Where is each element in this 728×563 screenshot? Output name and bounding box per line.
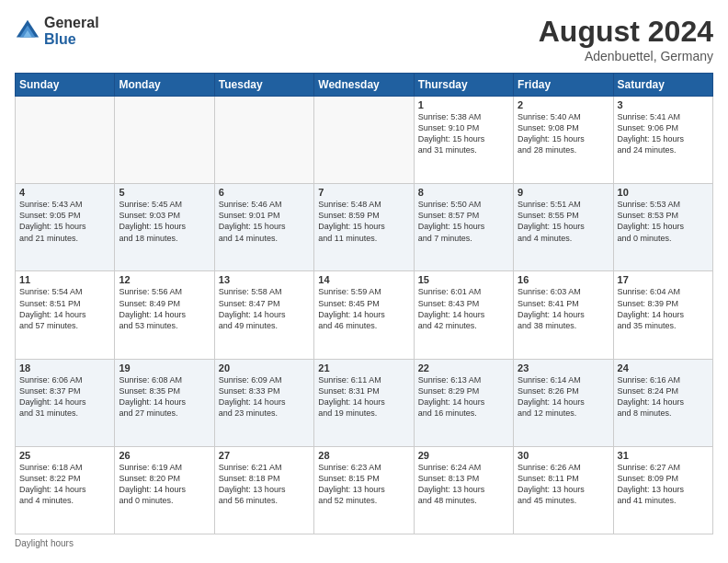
calendar-cell: 17Sunrise: 6:04 AM Sunset: 8:39 PM Dayli… xyxy=(613,271,712,359)
day-info: Sunrise: 6:09 AM Sunset: 8:33 PM Dayligh… xyxy=(219,374,310,419)
calendar-cell: 16Sunrise: 6:03 AM Sunset: 8:41 PM Dayli… xyxy=(514,271,613,359)
calendar-table: Sunday Monday Tuesday Wednesday Thursday… xyxy=(15,73,713,534)
week-row-4: 18Sunrise: 6:06 AM Sunset: 8:37 PM Dayli… xyxy=(16,359,713,446)
calendar-cell: 4Sunrise: 5:43 AM Sunset: 9:05 PM Daylig… xyxy=(16,184,115,271)
week-row-5: 25Sunrise: 6:18 AM Sunset: 8:22 PM Dayli… xyxy=(16,446,713,534)
logo-text: General Blue xyxy=(44,15,99,47)
calendar-cell: 11Sunrise: 5:54 AM Sunset: 8:51 PM Dayli… xyxy=(16,271,115,359)
day-number: 17 xyxy=(618,274,709,285)
day-info: Sunrise: 5:51 AM Sunset: 8:55 PM Dayligh… xyxy=(518,199,609,244)
day-info: Sunrise: 6:01 AM Sunset: 8:43 PM Dayligh… xyxy=(418,286,509,331)
day-number: 12 xyxy=(119,274,210,285)
day-info: Sunrise: 5:56 AM Sunset: 8:49 PM Dayligh… xyxy=(119,286,210,331)
day-number: 8 xyxy=(418,187,509,198)
calendar-cell xyxy=(314,97,414,184)
day-number: 2 xyxy=(518,99,609,110)
day-info: Sunrise: 6:26 AM Sunset: 8:11 PM Dayligh… xyxy=(518,462,609,507)
title-block: August 2024 Adenbuettel, Germany xyxy=(539,15,713,63)
day-number: 30 xyxy=(518,450,609,461)
day-number: 19 xyxy=(119,362,210,373)
day-number: 18 xyxy=(19,362,110,373)
calendar-cell: 3Sunrise: 5:41 AM Sunset: 9:06 PM Daylig… xyxy=(613,97,712,184)
day-number: 6 xyxy=(219,187,310,198)
day-number: 7 xyxy=(318,187,409,198)
week-row-2: 4Sunrise: 5:43 AM Sunset: 9:05 PM Daylig… xyxy=(16,184,713,271)
day-number: 16 xyxy=(518,274,609,285)
calendar-cell xyxy=(115,97,214,184)
logo: General Blue xyxy=(15,15,99,47)
day-info: Sunrise: 6:23 AM Sunset: 8:15 PM Dayligh… xyxy=(318,462,409,507)
day-number: 1 xyxy=(418,99,509,110)
day-number: 10 xyxy=(618,187,709,198)
calendar-cell xyxy=(16,97,115,184)
footer-note: Daylight hours xyxy=(15,538,713,548)
day-info: Sunrise: 6:14 AM Sunset: 8:26 PM Dayligh… xyxy=(518,374,609,419)
calendar-cell: 15Sunrise: 6:01 AM Sunset: 8:43 PM Dayli… xyxy=(414,271,513,359)
calendar-cell: 28Sunrise: 6:23 AM Sunset: 8:15 PM Dayli… xyxy=(314,446,414,534)
col-sunday: Sunday xyxy=(16,74,115,97)
day-number: 24 xyxy=(618,362,709,373)
calendar-cell: 8Sunrise: 5:50 AM Sunset: 8:57 PM Daylig… xyxy=(414,184,513,271)
calendar-cell: 12Sunrise: 5:56 AM Sunset: 8:49 PM Dayli… xyxy=(115,271,214,359)
calendar-cell: 18Sunrise: 6:06 AM Sunset: 8:37 PM Dayli… xyxy=(16,359,115,446)
day-number: 26 xyxy=(119,450,210,461)
calendar-cell: 21Sunrise: 6:11 AM Sunset: 8:31 PM Dayli… xyxy=(314,359,414,446)
day-info: Sunrise: 5:40 AM Sunset: 9:08 PM Dayligh… xyxy=(518,111,609,156)
day-info: Sunrise: 5:48 AM Sunset: 8:59 PM Dayligh… xyxy=(318,199,409,244)
col-thursday: Thursday xyxy=(414,74,513,97)
day-number: 4 xyxy=(19,187,110,198)
day-number: 20 xyxy=(219,362,310,373)
day-info: Sunrise: 6:27 AM Sunset: 8:09 PM Dayligh… xyxy=(618,462,709,507)
calendar-cell: 19Sunrise: 6:08 AM Sunset: 8:35 PM Dayli… xyxy=(115,359,214,446)
calendar-cell: 31Sunrise: 6:27 AM Sunset: 8:09 PM Dayli… xyxy=(613,446,712,534)
day-number: 3 xyxy=(618,99,709,110)
calendar-cell: 5Sunrise: 5:45 AM Sunset: 9:03 PM Daylig… xyxy=(115,184,214,271)
day-info: Sunrise: 6:04 AM Sunset: 8:39 PM Dayligh… xyxy=(618,286,709,331)
calendar-cell: 6Sunrise: 5:46 AM Sunset: 9:01 PM Daylig… xyxy=(214,184,313,271)
daylight-label: Daylight hours xyxy=(15,538,74,548)
day-info: Sunrise: 5:50 AM Sunset: 8:57 PM Dayligh… xyxy=(418,199,509,244)
day-number: 27 xyxy=(219,450,310,461)
calendar-cell: 7Sunrise: 5:48 AM Sunset: 8:59 PM Daylig… xyxy=(314,184,414,271)
day-info: Sunrise: 6:24 AM Sunset: 8:13 PM Dayligh… xyxy=(418,462,509,507)
day-info: Sunrise: 5:54 AM Sunset: 8:51 PM Dayligh… xyxy=(19,286,110,331)
calendar-cell: 2Sunrise: 5:40 AM Sunset: 9:08 PM Daylig… xyxy=(514,97,613,184)
day-info: Sunrise: 6:21 AM Sunset: 8:18 PM Dayligh… xyxy=(219,462,310,507)
day-info: Sunrise: 5:41 AM Sunset: 9:06 PM Dayligh… xyxy=(618,111,709,156)
header: General Blue August 2024 Adenbuettel, Ge… xyxy=(15,15,713,63)
day-info: Sunrise: 6:08 AM Sunset: 8:35 PM Dayligh… xyxy=(119,374,210,419)
calendar-cell: 1Sunrise: 5:38 AM Sunset: 9:10 PM Daylig… xyxy=(414,97,513,184)
day-info: Sunrise: 6:18 AM Sunset: 8:22 PM Dayligh… xyxy=(19,462,110,507)
location: Adenbuettel, Germany xyxy=(539,49,713,63)
week-row-1: 1Sunrise: 5:38 AM Sunset: 9:10 PM Daylig… xyxy=(16,97,713,184)
day-number: 25 xyxy=(19,450,110,461)
day-number: 14 xyxy=(318,274,409,285)
calendar-cell: 29Sunrise: 6:24 AM Sunset: 8:13 PM Dayli… xyxy=(414,446,513,534)
day-number: 29 xyxy=(418,450,509,461)
calendar-cell: 24Sunrise: 6:16 AM Sunset: 8:24 PM Dayli… xyxy=(613,359,712,446)
day-number: 13 xyxy=(219,274,310,285)
day-number: 28 xyxy=(318,450,409,461)
logo-blue-text: Blue xyxy=(44,31,99,48)
calendar-cell: 14Sunrise: 5:59 AM Sunset: 8:45 PM Dayli… xyxy=(314,271,414,359)
col-friday: Friday xyxy=(514,74,613,97)
calendar-cell: 22Sunrise: 6:13 AM Sunset: 8:29 PM Dayli… xyxy=(414,359,513,446)
day-info: Sunrise: 6:19 AM Sunset: 8:20 PM Dayligh… xyxy=(119,462,210,507)
day-info: Sunrise: 6:06 AM Sunset: 8:37 PM Dayligh… xyxy=(19,374,110,419)
day-info: Sunrise: 6:03 AM Sunset: 8:41 PM Dayligh… xyxy=(518,286,609,331)
calendar-cell: 10Sunrise: 5:53 AM Sunset: 8:53 PM Dayli… xyxy=(613,184,712,271)
calendar-cell: 23Sunrise: 6:14 AM Sunset: 8:26 PM Dayli… xyxy=(514,359,613,446)
logo-icon xyxy=(15,18,40,44)
day-number: 9 xyxy=(518,187,609,198)
day-info: Sunrise: 6:13 AM Sunset: 8:29 PM Dayligh… xyxy=(418,374,509,419)
day-number: 31 xyxy=(618,450,709,461)
day-info: Sunrise: 5:45 AM Sunset: 9:03 PM Dayligh… xyxy=(119,199,210,244)
day-info: Sunrise: 6:11 AM Sunset: 8:31 PM Dayligh… xyxy=(318,374,409,419)
logo-general-text: General xyxy=(44,15,99,31)
day-info: Sunrise: 5:38 AM Sunset: 9:10 PM Dayligh… xyxy=(418,111,509,156)
day-number: 22 xyxy=(418,362,509,373)
col-saturday: Saturday xyxy=(613,74,712,97)
day-info: Sunrise: 5:59 AM Sunset: 8:45 PM Dayligh… xyxy=(318,286,409,331)
day-info: Sunrise: 5:46 AM Sunset: 9:01 PM Dayligh… xyxy=(219,199,310,244)
day-number: 11 xyxy=(19,274,110,285)
